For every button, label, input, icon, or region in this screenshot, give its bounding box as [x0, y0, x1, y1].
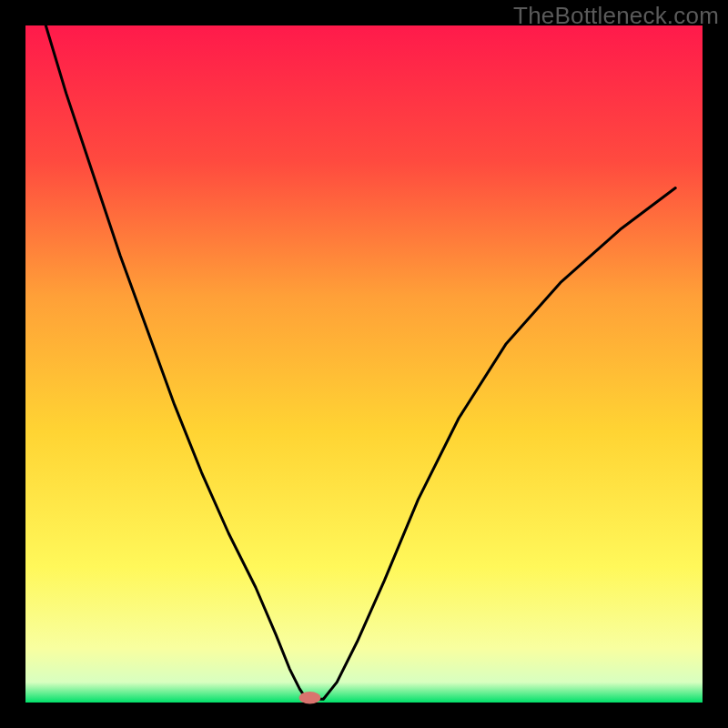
bottleneck-chart: [0, 0, 728, 728]
optimal-point: [299, 692, 321, 703]
chart-background: [25, 25, 703, 703]
chart-frame: TheBottleneck.com: [0, 0, 728, 728]
watermark-text: TheBottleneck.com: [513, 2, 719, 30]
